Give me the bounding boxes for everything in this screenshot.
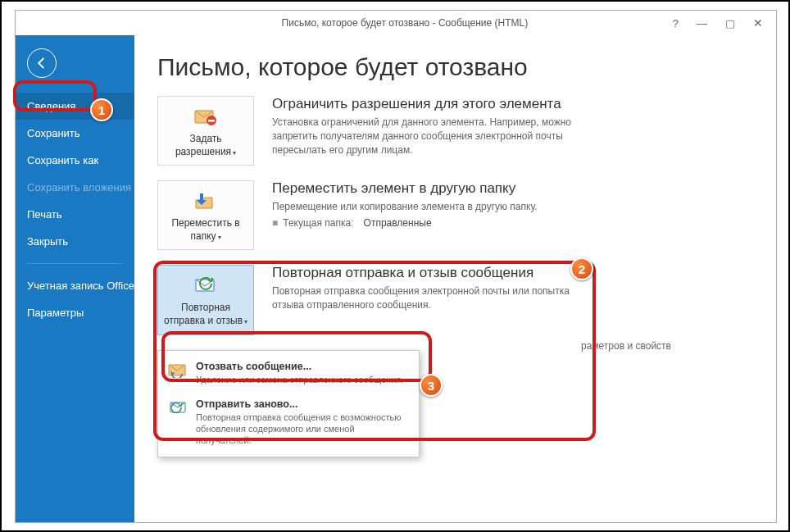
minimize-icon[interactable]: —	[697, 17, 707, 30]
recall-message-item[interactable]: Отозвать сообщение... Удаление или замен…	[158, 354, 419, 392]
permissions-desc: Установка ограничений для данного элемен…	[272, 116, 575, 157]
move-section: Переместить в папку▾ Переместить элемент…	[157, 180, 743, 250]
move-to-folder-button[interactable]: Переместить в папку▾	[157, 180, 254, 250]
resend-again-icon	[168, 398, 188, 418]
resend-recall-section: Повторная отправка и отзыв▾ Повторная от…	[157, 265, 743, 334]
page-title: Письмо, которое будет отозвано	[157, 53, 743, 81]
resend-message-item[interactable]: Отправить заново... Повторная отправка с…	[158, 392, 419, 453]
resend-heading: Повторная отправка и отзыв сообщения	[272, 265, 575, 281]
move-heading: Переместить элемент в другую папку	[272, 180, 538, 197]
close-icon[interactable]: ✕	[753, 16, 763, 30]
set-permissions-button[interactable]: Задать разрешения▾	[157, 96, 254, 166]
arrow-left-icon	[34, 56, 49, 70]
back-button[interactable]	[27, 48, 57, 78]
permissions-section: Задать разрешения▾ Ограничить разрешения…	[157, 96, 743, 166]
maximize-icon[interactable]: ▢	[725, 17, 735, 30]
outlook-file-backstage: Письмо, которое будет отозвано - Сообщен…	[15, 10, 777, 523]
sidebar-item-close[interactable]: Закрыть	[16, 228, 134, 255]
content-area: Письмо, которое будет отозвано Задать ра…	[134, 35, 776, 522]
recall-desc: Удаление или замена отправленного сообще…	[196, 374, 403, 385]
annotation-badge-3: 3	[420, 374, 443, 397]
annotation-badge-1: 1	[90, 98, 113, 121]
recall-icon	[168, 361, 188, 380]
sidebar-item-info[interactable]: Сведения	[16, 93, 134, 120]
permissions-heading: Ограничить разрешения для этого элемента	[272, 96, 575, 112]
sidebar-item-options[interactable]: Параметры	[16, 299, 134, 326]
help-icon[interactable]: ?	[673, 17, 679, 30]
backstage-sidebar: Сведения Сохранить Сохранить как Сохрани…	[16, 35, 134, 522]
sidebar-item-print[interactable]: Печать	[16, 201, 134, 228]
resend-again-title: Отправить заново...	[196, 398, 409, 410]
recall-title: Отозвать сообщение...	[196, 361, 403, 372]
move-desc: Перемещение или копирование элемента в д…	[272, 200, 538, 214]
sidebar-item-save-attachments: Сохранить вложения	[16, 174, 134, 201]
properties-text-fragment: раметров и свойств	[581, 340, 671, 352]
window-title: Письмо, которое будет отозвано - Сообщен…	[137, 17, 673, 29]
annotation-badge-2: 2	[570, 257, 593, 280]
sidebar-item-save[interactable]: Сохранить	[16, 120, 134, 147]
titlebar: Письмо, которое будет отозвано - Сообщен…	[16, 11, 776, 35]
resend-again-desc: Повторная отправка сообщения с возможнос…	[196, 412, 409, 447]
move-folder-icon	[163, 189, 248, 214]
resend-recall-button[interactable]: Повторная отправка и отзыв▾	[157, 265, 254, 334]
sidebar-item-office-account[interactable]: Учетная запись Office	[16, 272, 134, 299]
current-folder-line: ■Текущая папка:Отправленные	[272, 217, 538, 229]
sidebar-item-save-as[interactable]: Сохранить как	[16, 147, 134, 174]
permissions-icon	[163, 105, 248, 130]
resend-recall-dropdown: Отозвать сообщение... Удаление или замен…	[157, 350, 420, 457]
resend-recall-icon	[163, 274, 248, 298]
resend-desc: Повторная отправка сообщения электронной…	[272, 284, 575, 312]
svg-rect-2	[208, 120, 215, 122]
